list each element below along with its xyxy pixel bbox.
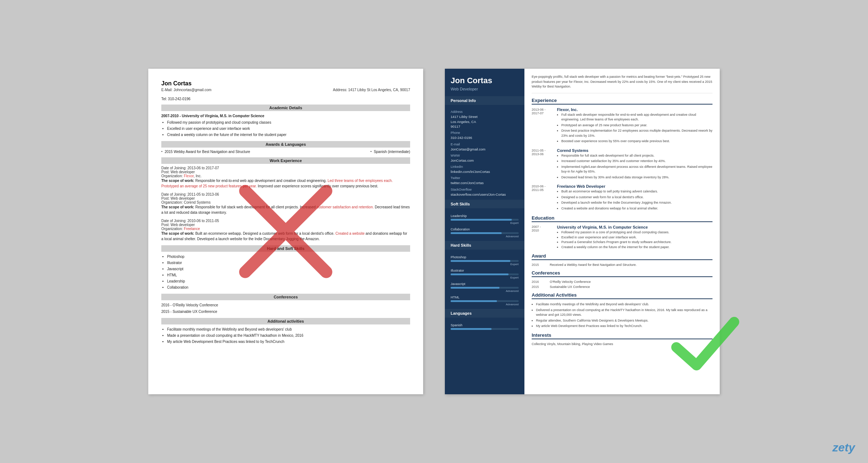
main-content: Eye-poppingly prolific, full stack web d…	[524, 69, 720, 394]
edu-bullets-1: Followed my passion in a core of prototy…	[557, 230, 712, 250]
plain-resume: Jon Cortas E-Mail: Johncortas@gmail.com …	[148, 69, 423, 394]
plain-work-post-3: Post: Web developer	[161, 223, 410, 227]
exp-dates-1: 2013-06 -2017-07	[532, 107, 557, 145]
edu-details-1: University of Virginia, M.S. in Computer…	[557, 225, 712, 250]
plain-academic-bullet-1: Followed my passion of prototyping and c…	[167, 120, 410, 125]
plain-skill-4: HTML	[167, 272, 410, 278]
exp-company-2: Corend Systems	[557, 148, 712, 153]
education-title: Education	[532, 215, 712, 222]
plain-activities-list: Facilitate monthly meetings of the Webfi…	[161, 327, 410, 344]
plain-skills-header: Hard and Soft Skills	[161, 245, 410, 252]
sidebar-soft-skills-title: Soft Skills	[445, 200, 524, 208]
sidebar-skill-collaboration-bar-bg	[451, 232, 519, 234]
sidebar-personal-content: Address 1417 Libby StreetLos Angeles, CA…	[445, 105, 524, 200]
sidebar-skill-html-bar-fill	[451, 300, 497, 302]
plain-academic-bullet-3: Created a weekly column on the future of…	[167, 132, 410, 137]
sidebar-skill-illustrator-bar-fill	[451, 273, 509, 275]
exp-bullet-3-4: Created a website and donations webapp f…	[561, 206, 712, 211]
exp-details-3: Freelance Web Developer Built an ecommer…	[557, 184, 712, 212]
plain-address: Address: 1417 Libby St Los Angeles, CA, …	[333, 88, 410, 92]
exp-entry-2: 2011-05 -2013-06 Corend Systems Responsi…	[532, 148, 712, 181]
plain-work-entry-3: Date of Joining: 2010-06 to 2011-05 Post…	[161, 219, 410, 242]
plain-work-date-2: Date of Joining: 2011-05 to 2013-06	[161, 192, 410, 196]
sidebar-languages-content: Spanish	[445, 318, 524, 334]
page-container: Jon Cortas E-Mail: Johncortas@gmail.com …	[0, 0, 868, 463]
experience-section: Experience 2013-06 -2017-07 Flexor, Inc.…	[532, 98, 712, 212]
edu-bullet-1-3: Pursued a Generalist Scholars Program gr…	[561, 240, 712, 245]
conf-text-2: Sustainable UX Conference	[550, 285, 590, 289]
sidebar-stackoverflow-value: stackoverflow.com/users/Jon-Cortas	[451, 192, 519, 197]
exp-entry-3: 2010-06 -2011-05 Freelance Web Developer…	[532, 184, 712, 212]
sidebar-skill-leadership-level: Expert	[451, 221, 519, 225]
exp-bullet-3-1: Built an ecommerce webapp to sell potty …	[561, 189, 712, 194]
plain-lang1: Spanish (intermediate)	[374, 150, 410, 154]
sidebar-skill-illustrator-label: Illustrator	[451, 269, 519, 272]
sidebar-twitter-value: twitter.com/JonCortas	[451, 180, 519, 185]
exp-bullet-2-3: Implemented Agile/Lean development proce…	[561, 165, 712, 174]
exp-bullet-1-4: Boosted user experience scores by 55% ov…	[561, 139, 712, 144]
sidebar-skill-photoshop-label: Photoshop	[451, 255, 519, 259]
exp-bullets-3: Built an ecommerce webapp to sell potty …	[557, 189, 712, 211]
sidebar-skill-leadership-label: Leadership	[451, 214, 519, 218]
exp-dates-3: 2010-06 -2011-05	[532, 184, 557, 212]
plain-academic-entry: 2007-2010 - University of Virginia, M.S.…	[161, 113, 410, 119]
plain-work-org-2: Organization: Corend Systems	[161, 200, 410, 204]
sidebar-skill-collaboration-bar-fill	[451, 232, 502, 234]
plain-skill-1: Photoshop	[167, 254, 410, 259]
sidebar-phone-value: 310-242-0196	[451, 135, 519, 140]
zety-logo: zety	[833, 441, 855, 454]
exp-bullets-2: Responsible for full stack web developme…	[557, 153, 712, 180]
plain-activity-2: Made a presentation on cloud computing a…	[167, 333, 410, 338]
sidebar-skill-javascript-level: Advanced	[451, 289, 519, 293]
sidebar-phone-label: Phone	[451, 131, 519, 135]
plain-conf-header: Conferences	[161, 294, 410, 300]
plain-academic-bullets: Followed my passion of prototyping and c…	[161, 120, 410, 137]
sidebar-name: Jon Cortas	[451, 76, 519, 85]
sidebar-www-value: JonCortas.com	[451, 158, 519, 163]
exp-details-2: Corend Systems Responsible for full stac…	[557, 148, 712, 181]
conf-year-1: 2016	[532, 280, 550, 284]
edu-bullet-1-1: Followed my passion in a core of prototy…	[561, 230, 712, 235]
activity-4: My article Web Development Best Practice…	[536, 324, 712, 329]
experience-title: Experience	[532, 98, 712, 105]
activities-title: Additional Activities	[532, 292, 712, 299]
exp-bullet-2-4: Decreased lead times by 30% and reduced …	[561, 175, 712, 180]
plain-work-entry-2: Date of Joining: 2011-05 to 2013-06 Post…	[161, 192, 410, 215]
plain-skills-list: Photoshop Illustrator Javascript HTML Le…	[161, 254, 410, 290]
sidebar-skill-html-level: Advanced	[451, 303, 519, 306]
exp-bullets-1: Full stack web developer responsible for…	[557, 112, 712, 144]
plain-skill-3: Javascript	[167, 266, 410, 272]
interests-section: Interests Collecting Vinyls, Mountain bi…	[532, 332, 712, 346]
plain-work-header: Work Experience	[161, 157, 410, 164]
plain-work-post-2: Post: Web developer	[161, 196, 410, 200]
sidebar-skill-leadership-bar-bg	[451, 219, 519, 221]
award-title: Award	[532, 253, 712, 260]
sidebar-skill-html-bar-bg	[451, 300, 519, 302]
sidebar-skill-illustrator-level: Expert	[451, 276, 519, 279]
plain-work-scope-3: The scope of work: Built an ecommerce we…	[161, 231, 410, 242]
sidebar-header: Jon Cortas Web Developer	[445, 69, 524, 96]
sidebar-lang-spanish-label: Spanish	[451, 323, 519, 327]
sidebar-skill-leadership-bar-fill	[451, 219, 512, 221]
award-year-1: 2015	[532, 263, 550, 267]
interests-text: Collecting Vinyls, Mountain biking, Play…	[532, 342, 712, 346]
sidebar-skill-illustrator-bar-bg	[451, 273, 519, 275]
exp-bullet-3-3: Developed a launch website for the Indie…	[561, 200, 712, 205]
main-summary: Eye-poppingly prolific, full stack web d…	[532, 75, 712, 93]
plain-skill-5: Leadership	[167, 279, 410, 284]
sidebar: Jon Cortas Web Developer Personal Info A…	[445, 69, 524, 394]
conf-entry-1: 2016 O'Reilly Velocity Conference	[532, 280, 712, 284]
exp-entry-1: 2013-06 -2017-07 Flexor, Inc. Full stack…	[532, 107, 712, 145]
conf-section: Conferences 2016 O'Reilly Velocity Confe…	[532, 270, 712, 289]
sidebar-title: Web Developer	[451, 87, 519, 91]
exp-bullet-2-1: Responsible for full stack web developme…	[561, 153, 712, 158]
exp-bullet-1-1: Full stack web developer responsible for…	[561, 112, 712, 122]
sidebar-skill-collaboration-level: Advanced	[451, 235, 519, 238]
activity-1: Facilitate monthly meetings of the Webfi…	[536, 302, 712, 307]
plain-work-org-1: Organization: Flexor, Inc.	[161, 174, 410, 178]
plain-activities-header: Additonal activities	[161, 318, 410, 324]
sidebar-address-value: 1417 Libby StreetLos Angeles, CA90117	[451, 114, 519, 129]
sidebar-twitter-label: Twitter	[451, 176, 519, 180]
sidebar-personal-title: Personal Info	[445, 96, 524, 105]
sidebar-soft-skills-content: Leadership Expert Collaboration Advanced	[445, 208, 524, 241]
